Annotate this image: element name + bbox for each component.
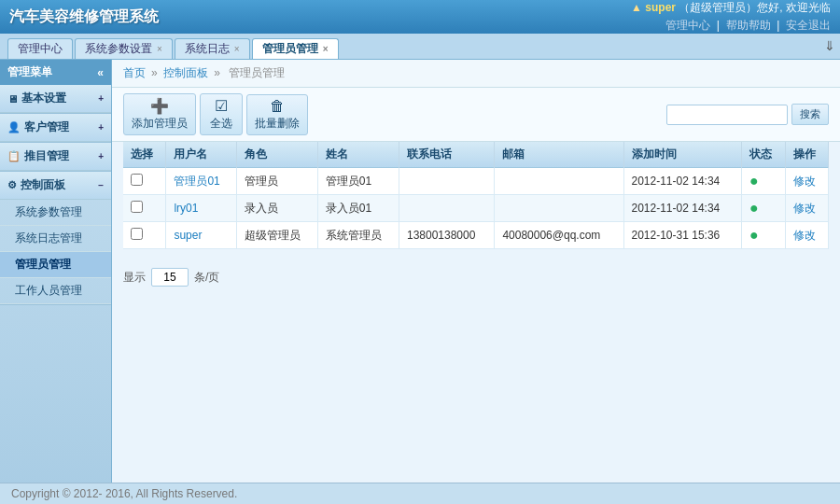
toolbar: ➕ 添加管理员 ☑ 全选 🗑 批量删除 搜索 [112,88,840,142]
batch-delete-label: 批量删除 [255,116,300,132]
col-status: 状态 [742,142,785,168]
sidebar-item-sys-log[interactable]: 系统日志管理 [0,226,111,252]
sidebar-section-customer-header[interactable]: 👤 客户管理 + [0,114,111,142]
sidebar-collapse-icon[interactable]: « [97,66,104,79]
sidebar-item-label: 管理员管理 [15,258,71,271]
username-link[interactable]: lry01 [174,202,198,215]
username-link[interactable]: 管理员01 [174,175,219,188]
cell-role: 管理员 [236,168,317,195]
close-icon[interactable]: × [323,44,329,54]
table-row: super 超级管理员 系统管理员 13800138000 40080006@q… [123,222,829,249]
sidebar-item-sys-params[interactable]: 系统参数管理 [0,200,111,226]
cell-phone [399,168,494,195]
edit-link[interactable]: 修改 [793,229,816,242]
cell-status: ● [742,168,785,195]
chevron-right-icon: + [98,93,104,104]
logout-link[interactable]: 安全退出 [786,19,831,32]
edit-link[interactable]: 修改 [793,202,816,215]
sidebar-item-label: 系统参数管理 [15,205,82,218]
row-checkbox[interactable] [131,174,143,186]
row-checkbox[interactable] [131,228,143,240]
select-all-label: 全选 [210,116,232,132]
username-link[interactable]: super [174,229,202,242]
edit-link[interactable]: 修改 [793,175,816,188]
select-all-icon: ☑ [215,97,228,115]
sidebar-section-project-header[interactable]: 📋 推目管理 + [0,143,111,171]
cell-action: 修改 [785,222,828,249]
tab-management-center[interactable]: 管理中心 [7,38,73,59]
help-link[interactable]: 帮助帮助 [726,19,771,32]
cell-username: 管理员01 [166,168,236,195]
add-admin-button[interactable]: ➕ 添加管理员 [123,93,196,135]
pagination: 显示 条/页 [112,260,840,294]
tab-system-log[interactable]: 系统日志 × [175,38,250,59]
batch-delete-button[interactable]: 🗑 批量删除 [246,94,308,135]
cell-role: 录入员 [236,195,317,222]
col-role: 角色 [236,142,317,168]
tab-label: 系统参数设置 [85,41,152,57]
breadcrumb-home[interactable]: 首页 [123,66,146,79]
sidebar-section-control-header[interactable]: ⚙ 控制面板 − [0,172,111,200]
tabbar-menu-icon[interactable]: ⇓ [824,33,835,59]
sidebar-section-label: 控制面板 [21,177,65,193]
cell-role: 超级管理员 [236,222,317,249]
content-area: 首页 » 控制面板 » 管理员管理 ➕ 添加管理员 ☑ 全选 🗑 批量删除 搜索 [112,60,840,504]
management-center-link[interactable]: 管理中心 [665,19,710,32]
cell-action: 修改 [785,195,828,222]
cell-fullname: 系统管理员 [317,222,399,249]
cell-fullname: 录入员01 [317,195,399,222]
cell-email [495,168,623,195]
admin-table: 选择 用户名 角色 姓名 联系电话 邮箱 添加时间 状态 操作 管理员01 管理… [123,142,829,249]
cell-checkbox[interactable] [123,168,166,195]
breadcrumb-current: 管理员管理 [229,66,285,79]
sidebar-item-staff-mgmt[interactable]: 工作人员管理 [0,278,111,304]
pagination-show-label: 显示 [123,270,146,286]
toolbar-search: 搜索 [666,104,829,125]
col-action: 操作 [785,142,828,168]
pagination-unit-label: 条/页 [194,270,219,286]
cell-username: super [166,222,236,249]
col-phone: 联系电话 [399,142,494,168]
user-greeting: （超级管理员）您好, 欢迎光临 [679,1,831,14]
search-input[interactable] [666,105,788,125]
row-checkbox[interactable] [131,201,143,213]
cell-checkbox[interactable] [123,195,166,222]
main-layout: 管理菜单 « 🖥 基本设置 + 👤 客户管理 + 📋 推目管理 + [0,60,840,504]
table-row: 管理员01 管理员 管理员01 2012-11-02 14:34 ● 修改 [123,168,829,195]
cell-checkbox[interactable] [123,222,166,249]
header: 汽车美容维修管理系统 ▲ super （超级管理员）您好, 欢迎光临 管理中心 … [0,0,840,34]
tab-admin-management[interactable]: 管理员管理 × [252,38,339,59]
sidebar-section-project: 📋 推目管理 + [0,143,111,172]
close-icon[interactable]: × [157,44,162,54]
tab-system-params[interactable]: 系统参数设置 × [75,38,173,59]
control-icon: ⚙ [7,179,17,191]
status-icon: ● [749,227,759,243]
cell-phone [399,195,494,222]
table-container: 选择 用户名 角色 姓名 联系电话 邮箱 添加时间 状态 操作 管理员01 管理… [112,142,840,260]
table-header-row: 选择 用户名 角色 姓名 联系电话 邮箱 添加时间 状态 操作 [123,142,829,168]
footer-text: Copyright © 2012- 2016, All Rights Reser… [11,487,237,500]
sidebar-item-admin-mgmt[interactable]: 管理员管理 [0,252,111,278]
sidebar-section-label: 客户管理 [24,119,69,135]
breadcrumb-control[interactable]: 控制面板 [163,66,208,79]
status-icon: ● [749,200,759,216]
col-fullname: 姓名 [317,142,399,168]
sidebar-section-basic-header[interactable]: 🖥 基本设置 + [0,85,111,113]
breadcrumb-sep: » [214,66,223,79]
sidebar-item-label: 系统日志管理 [15,231,82,245]
table-row: lry01 录入员 录入员01 2012-11-02 14:34 ● 修改 [123,195,829,222]
per-page-input[interactable] [151,268,189,287]
close-icon[interactable]: × [234,44,240,54]
cell-addtime: 2012-11-02 14:34 [623,195,742,222]
tab-label: 管理员管理 [262,41,318,57]
cell-action: 修改 [785,168,828,195]
add-icon: ➕ [150,97,169,115]
col-username: 用户名 [166,142,236,168]
chevron-down-icon: − [98,180,104,190]
username-display: super [645,1,676,14]
header-user-info: ▲ super （超级管理员）您好, 欢迎光临 管理中心 | 帮助帮助 | 安全… [631,0,831,35]
breadcrumb: 首页 » 控制面板 » 管理员管理 [112,60,840,88]
select-all-button[interactable]: ☑ 全选 [200,93,243,135]
sidebar-section-label: 推目管理 [24,148,69,164]
search-button[interactable]: 搜索 [791,104,829,125]
